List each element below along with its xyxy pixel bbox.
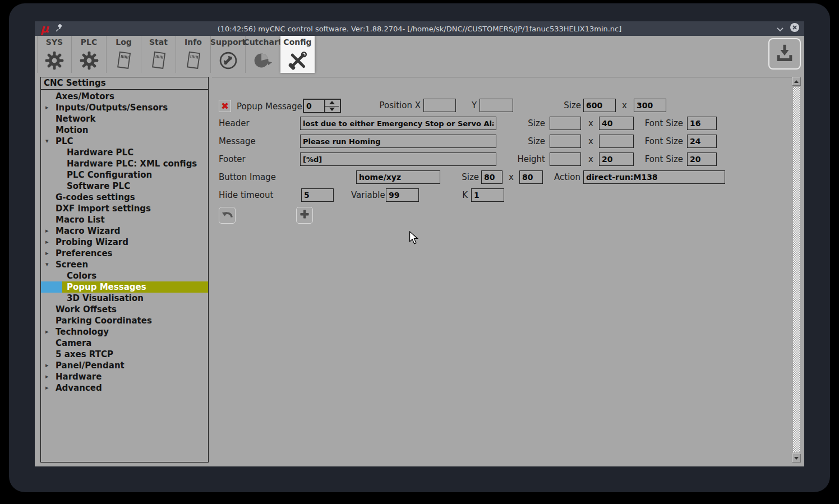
scroll-down-button[interactable] xyxy=(792,454,801,463)
message-size-label: Size xyxy=(524,135,545,148)
add-popup-button[interactable] xyxy=(296,207,313,224)
tab-config[interactable]: Config xyxy=(280,36,315,73)
up-arrow-icon xyxy=(329,101,335,104)
app-window: μ (10:42:56) myCNC control software. Ver… xyxy=(35,21,804,466)
save-config-button[interactable] xyxy=(768,38,801,70)
message-font-size-label: Font Size xyxy=(644,135,683,148)
sidebar-item-popup-messages[interactable]: Popup Messages xyxy=(41,281,208,293)
message-size-h-input[interactable] xyxy=(599,135,634,148)
spinner-down-button[interactable] xyxy=(325,107,339,113)
header-size-w-input[interactable] xyxy=(550,117,581,130)
pin-icon[interactable] xyxy=(56,24,63,34)
position-y-label: Y xyxy=(472,99,477,112)
titlebar: μ (10:42:56) myCNC control software. Ver… xyxy=(35,21,804,36)
tree-expand-arrow-icon: ▸ xyxy=(45,371,56,382)
popup-message-spinner[interactable] xyxy=(303,99,341,113)
message-font-size-input[interactable] xyxy=(687,135,717,148)
message-text-input[interactable] xyxy=(300,135,496,148)
popup-size-w-input[interactable] xyxy=(583,99,616,112)
sidebar-item-hardware-plc[interactable]: Hardware PLC xyxy=(41,147,208,158)
sidebar-item-5-axes-rtcp[interactable]: 5 axes RTCP xyxy=(41,349,208,360)
sidebar-item-technology[interactable]: ▸ Technology xyxy=(41,326,208,337)
plus-icon xyxy=(299,209,310,222)
undo-button[interactable] xyxy=(219,207,236,224)
popup-message-number-input[interactable] xyxy=(304,100,324,112)
tab-info[interactable]: Info xyxy=(176,36,211,73)
tab-plc[interactable]: PLC xyxy=(72,36,107,73)
undo-arrow-icon xyxy=(221,209,233,222)
scroll-down-arrow-icon xyxy=(794,457,799,460)
sidebar-item-network[interactable]: Network xyxy=(41,113,208,124)
tree-expand-arrow-icon: ▾ xyxy=(45,136,56,147)
sidebar-item-screen[interactable]: ▾ Screen xyxy=(41,259,208,270)
sidebar-item-3d-visualisation[interactable]: 3D Visualisation xyxy=(41,293,208,304)
tree-expand-arrow-icon: ▸ xyxy=(45,382,56,394)
tab-log[interactable]: Log xyxy=(107,36,141,73)
button-size-w-input[interactable] xyxy=(481,170,503,184)
tab-sys[interactable]: SYS xyxy=(37,36,72,73)
sidebar-item-work-offsets[interactable]: Work Offsets xyxy=(41,304,208,315)
popup-size-h-input[interactable] xyxy=(634,99,666,112)
delete-x-icon: ✖ xyxy=(221,100,229,112)
sidebar-item-macro-list[interactable]: Macro List xyxy=(41,214,208,225)
tab-cutchart[interactable]: Cutchart xyxy=(246,36,280,73)
spinner-up-button[interactable] xyxy=(325,100,339,107)
pie-icon xyxy=(252,50,274,71)
variable-input[interactable] xyxy=(386,188,419,202)
footer-label: Footer xyxy=(219,152,246,166)
popup-messages-form: ✖ Popup Message # Position X Y Size x He… xyxy=(212,77,797,463)
sidebar-item-inputs-outputs-sensors[interactable]: ▸ Inputs/Outputs/Sensors xyxy=(41,102,208,113)
footer-text-input[interactable] xyxy=(300,152,496,166)
button-size-h-input[interactable] xyxy=(519,170,543,184)
scrollbar-track[interactable] xyxy=(793,87,800,452)
footer-size-sep: x xyxy=(588,152,593,166)
close-icon[interactable] xyxy=(790,22,800,35)
k-input[interactable] xyxy=(471,188,504,202)
delete-popup-button[interactable]: ✖ xyxy=(219,100,231,112)
sidebar-item-hardware-plc-xml-configs[interactable]: Hardware PLC: XML configs xyxy=(41,158,208,169)
action-input[interactable] xyxy=(583,170,725,184)
sidebar-item-dxf-import-settings[interactable]: DXF import settings xyxy=(41,203,208,214)
scroll-up-button[interactable] xyxy=(792,77,801,86)
tab-stat[interactable]: Stat xyxy=(141,36,176,73)
shade-chevron-icon[interactable] xyxy=(776,24,784,34)
sidebar-item-camera[interactable]: Camera xyxy=(41,337,208,349)
position-y-input[interactable] xyxy=(480,99,513,112)
sidebar-item-g-codes-settings[interactable]: G-codes settings xyxy=(41,192,208,203)
sidebar-item-macro-wizard[interactable]: ▸ Macro Wizard xyxy=(41,225,208,237)
sidebar-item-motion[interactable]: Motion xyxy=(41,124,208,136)
button-size-sep: x xyxy=(509,170,514,184)
sidebar-item-plc[interactable]: ▾ PLC xyxy=(41,136,208,147)
header-text-input[interactable] xyxy=(300,117,496,130)
header-font-size-input[interactable] xyxy=(687,117,717,130)
header-size-h-input[interactable] xyxy=(599,117,634,130)
popup-message-label: Popup Message # xyxy=(237,100,312,113)
tab-support[interactable]: Support xyxy=(211,36,246,73)
footer-height-h-input[interactable] xyxy=(599,152,634,166)
sidebar-item-plc-configuration[interactable]: PLC Configuration xyxy=(41,169,208,181)
button-image-input[interactable] xyxy=(356,170,440,184)
sidebar-item-colors[interactable]: Colors xyxy=(41,270,208,281)
sidebar-item-hardware[interactable]: ▸ Hardware xyxy=(41,371,208,382)
sidebar-item-advanced[interactable]: ▸ Advanced xyxy=(41,382,208,394)
tree-expand-arrow-icon: ▸ xyxy=(45,326,56,337)
sidebar-item-probing-wizard[interactable]: ▸ Probing Wizard xyxy=(41,237,208,248)
sidebar-item-parking-coordinates[interactable]: Parking Coordinates xyxy=(41,315,208,326)
footer-height-w-input[interactable] xyxy=(550,152,581,166)
sidebar-item-panel-pendant[interactable]: ▸ Panel/Pendant xyxy=(41,360,208,371)
hide-timeout-input[interactable] xyxy=(301,188,334,202)
sidebar-item-axes-motors[interactable]: Axes/Motors xyxy=(41,91,208,102)
document-icon xyxy=(148,50,169,71)
k-label: K xyxy=(455,188,468,202)
position-x-input[interactable] xyxy=(423,99,456,112)
message-size-w-input[interactable] xyxy=(550,135,581,148)
settings-tree: Axes/Motors ▸ Inputs/Outputs/Sensors Net… xyxy=(41,90,208,394)
tree-expand-arrow-icon: ▸ xyxy=(45,248,56,259)
vertical-scrollbar[interactable] xyxy=(792,77,801,463)
footer-font-size-input[interactable] xyxy=(687,152,717,166)
download-icon xyxy=(773,41,796,66)
header-size-label: Size xyxy=(524,117,545,130)
sidebar-item-preferences[interactable]: ▸ Preferences xyxy=(41,248,208,259)
sidebar-item-software-plc[interactable]: Software PLC xyxy=(41,181,208,192)
message-label: Message xyxy=(219,135,256,148)
